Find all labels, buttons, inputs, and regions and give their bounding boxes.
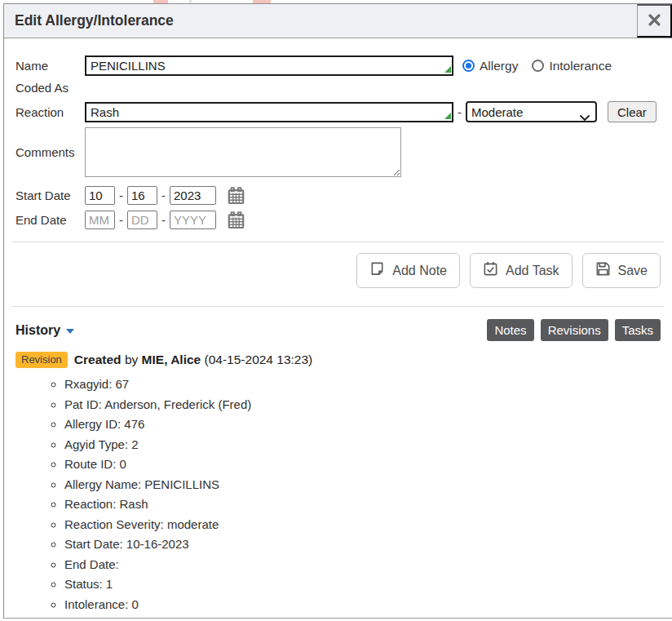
radio-checked-icon <box>462 60 475 72</box>
history-detail-item: Start Date: 10-16-2023 <box>64 535 661 555</box>
start-date-row: Start Date - - <box>15 186 661 205</box>
entry-connector: by <box>125 353 138 366</box>
coded-as-label: Coded As <box>15 81 85 95</box>
history-detail-item: End Date: <box>64 555 661 575</box>
save-icon <box>595 261 611 280</box>
history-detail-item: Rxagyid: 67 <box>64 375 661 395</box>
save-label: Save <box>618 264 648 278</box>
history-filter-buttons: Notes Revisions Tasks <box>487 319 661 341</box>
end-date-label: End Date <box>15 213 85 227</box>
notes-button[interactable]: Notes <box>487 319 533 341</box>
tasks-button[interactable]: Tasks <box>615 319 661 341</box>
history-entry: Revision Created by MIE, Alice (04-15-20… <box>15 352 661 368</box>
history-detail-item: Pat ID: Anderson, Frederick (Fred) <box>64 395 661 415</box>
comments-textarea[interactable] <box>85 127 401 177</box>
reaction-row: Reaction - Moderate Clear <box>15 101 661 122</box>
entry-action: Created <box>74 353 122 366</box>
page-background-strip <box>0 0 672 3</box>
history-title-label: History <box>15 323 60 338</box>
history-entry-text: Created by MIE, Alice (04-15-2024 13:23) <box>74 353 312 367</box>
dash-separator: - <box>119 213 123 227</box>
add-note-button[interactable]: Add Note <box>356 253 460 288</box>
dialog-body: Name Allergy Intolerance Coded As <box>4 38 672 614</box>
intolerance-radio-label: Intolerance <box>549 59 612 73</box>
dash-separator: - <box>161 213 166 227</box>
start-year-input[interactable] <box>170 186 216 205</box>
edit-allergy-dialog: Edit Allergy/Intolerance Name Allergy <box>3 3 672 619</box>
entry-timestamp: (04-15-2024 13:23) <box>205 353 313 366</box>
history-toggle[interactable]: History <box>15 323 74 338</box>
background-fragment <box>189 0 192 3</box>
divider <box>12 242 664 242</box>
history-header: History Notes Revisions Tasks <box>15 319 661 341</box>
end-year-input[interactable] <box>170 211 216 229</box>
name-row: Name Allergy Intolerance <box>15 55 661 76</box>
reaction-label: Reaction <box>15 105 85 119</box>
add-task-label: Add Task <box>506 264 559 278</box>
dash-separator: - <box>161 189 166 202</box>
note-icon <box>369 261 385 280</box>
history-detail-item: Allergy ID: 476 <box>64 415 661 435</box>
history-detail-item: Route ID: 0 <box>64 455 661 475</box>
background-fragment <box>253 0 271 3</box>
history-detail-item: Intolerance: 0 <box>64 595 661 615</box>
coded-as-row: Coded As <box>15 81 661 95</box>
start-day-input[interactable] <box>127 186 157 205</box>
add-task-button[interactable]: Add Task <box>470 253 573 288</box>
dialog-title: Edit Allergy/Intolerance <box>4 4 637 38</box>
clear-button[interactable]: Clear <box>608 101 657 122</box>
caret-down-icon <box>66 329 74 334</box>
actions-row: Add Note Add Task <box>15 253 661 288</box>
allergy-name-input[interactable] <box>85 55 453 76</box>
end-date-calendar-button[interactable] <box>228 211 245 229</box>
history-details-list: Rxagyid: 67 Pat ID: Anderson, Frederick … <box>15 375 661 614</box>
allergy-radio[interactable]: Allergy <box>462 59 518 73</box>
start-month-input[interactable] <box>85 186 115 205</box>
history-detail-item: Reaction Severity: moderate <box>64 515 661 535</box>
comments-row: Comments <box>15 127 661 177</box>
dialog-titlebar: Edit Allergy/Intolerance <box>4 4 672 38</box>
calendar-icon <box>228 195 245 207</box>
start-date-label: Start Date <box>15 189 85 202</box>
background-fragment <box>153 0 168 3</box>
save-button[interactable]: Save <box>582 253 661 288</box>
revision-badge: Revision <box>15 352 68 368</box>
history-detail-item: Allergy Name: PENICILLINS <box>64 475 661 495</box>
allergy-radio-label: Allergy <box>480 59 518 73</box>
close-button[interactable] <box>637 4 672 38</box>
intolerance-radio[interactable]: Intolerance <box>532 59 612 73</box>
comments-label: Comments <box>15 145 85 159</box>
revisions-button[interactable]: Revisions <box>541 319 608 341</box>
end-day-input[interactable] <box>127 211 157 229</box>
radio-unchecked-icon <box>532 60 544 72</box>
history-detail-item: Reaction: Rash <box>64 495 661 515</box>
dash-separator: - <box>119 189 123 202</box>
history-detail-item: Agyid Type: 2 <box>64 435 661 455</box>
calendar-icon <box>228 220 245 232</box>
task-calendar-icon <box>483 261 498 280</box>
entry-author: MIE, Alice <box>142 353 201 366</box>
name-label: Name <box>15 59 85 73</box>
dash-separator: - <box>458 105 462 119</box>
severity-select[interactable]: Moderate <box>466 101 597 122</box>
start-date-calendar-button[interactable] <box>228 187 245 205</box>
reaction-input[interactable] <box>85 102 453 122</box>
divider <box>12 306 664 307</box>
close-icon <box>648 14 661 29</box>
add-note-label: Add Note <box>392 264 447 278</box>
end-month-input[interactable] <box>85 211 115 229</box>
history-detail-item: Status: 1 <box>64 574 661 595</box>
allergy-type-radio-group: Allergy Intolerance <box>462 59 612 73</box>
end-date-row: End Date - - <box>15 211 661 229</box>
